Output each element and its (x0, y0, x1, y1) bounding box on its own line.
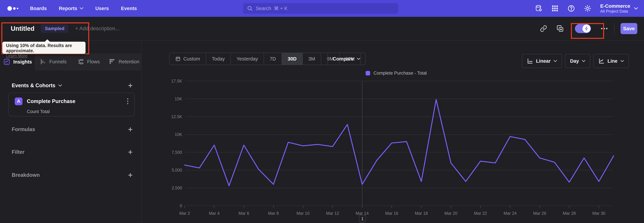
tab-retention[interactable]: Retention (106, 53, 142, 70)
settings-gear-icon[interactable] (584, 5, 592, 12)
event-card[interactable]: A Complete Purchase Count Total (8, 93, 135, 117)
linear-axis-icon (527, 58, 533, 64)
project-selector[interactable]: E-Commerce All Project Data (600, 3, 638, 14)
nav-item-users[interactable]: Users (96, 6, 109, 11)
add-event-button[interactable]: + (128, 81, 133, 89)
formulas-label: Formulas (12, 126, 35, 133)
duplicate-icon[interactable] (556, 25, 564, 32)
svg-text:5,000: 5,000 (172, 168, 182, 172)
breakdown-label: Breakdown (12, 172, 40, 178)
chevron-down-icon (620, 60, 624, 62)
more-actions-icon[interactable] (601, 28, 608, 29)
svg-text:7,500: 7,500 (172, 150, 182, 155)
sampling-tooltip: Using 10% of data. Results are approxima… (2, 42, 86, 54)
range-today[interactable]: Today (206, 53, 230, 65)
events-cohorts-label: Events & Cohorts (12, 82, 55, 88)
pagination-page-button[interactable]: 1 (359, 215, 366, 222)
add-filter-button[interactable]: + (128, 148, 133, 156)
svg-text:Mar 22: Mar 22 (474, 211, 487, 215)
compare-button[interactable]: Compare (327, 53, 366, 65)
sampled-badge[interactable]: Sampled (41, 24, 68, 33)
range-yesterday[interactable]: Yesterday (230, 53, 264, 65)
tab-label: Flows (87, 59, 100, 65)
event-metric[interactable]: Count Total (27, 109, 50, 114)
nav-item-label: Events (121, 6, 137, 11)
mixpanel-logo-icon[interactable] (8, 6, 18, 11)
search-input[interactable] (256, 6, 394, 11)
tab-label: Insights (13, 59, 32, 65)
nav-item-label: Reports (59, 6, 77, 11)
range-3m[interactable]: 3M (302, 53, 321, 65)
svg-text:Mar 2: Mar 2 (179, 211, 190, 215)
retention-icon (109, 58, 116, 65)
events-cohorts-header: Events & Cohorts + (12, 81, 133, 90)
project-name: E-Commerce (600, 3, 630, 9)
range-custom[interactable]: Custom (170, 53, 206, 65)
range-30d[interactable]: 30D (282, 53, 302, 65)
chart-type-select[interactable]: Line (593, 54, 629, 68)
titlebar-actions: Save (540, 17, 637, 40)
nav-item-boards[interactable]: Boards (30, 6, 47, 11)
scale-select[interactable]: Linear (522, 54, 562, 68)
svg-text:Mar 24: Mar 24 (504, 211, 517, 215)
global-search[interactable] (243, 3, 398, 14)
svg-text:Mar 10: Mar 10 (296, 211, 310, 215)
share-link-icon[interactable] (540, 25, 547, 32)
project-scope: All Project Data (600, 9, 630, 14)
chart-view-controls: Linear Day Line (522, 54, 629, 68)
filter-label: Filter (12, 149, 24, 155)
tooltip-arrow (44, 39, 50, 42)
help-icon[interactable] (567, 5, 575, 12)
interval-label: Day (570, 58, 579, 64)
add-breakdown-button[interactable]: + (128, 171, 133, 179)
nav-item-reports[interactable]: Reports (59, 6, 83, 11)
chart-type-label: Line (608, 58, 618, 64)
flows-icon (78, 58, 84, 65)
chevron-down-icon (554, 60, 557, 62)
insights-icon (3, 58, 10, 65)
event-name[interactable]: Complete Purchase (27, 98, 75, 104)
svg-text:Mar 30: Mar 30 (592, 211, 606, 215)
chevron-down-icon (634, 7, 638, 10)
svg-text:Mar 28: Mar 28 (563, 211, 576, 215)
svg-text:17.5K: 17.5K (171, 79, 182, 83)
add-description-field[interactable]: + Add description... (75, 26, 120, 32)
event-menu-kebab-icon[interactable] (126, 97, 129, 105)
legend-label: Complete Purchase - Total (374, 71, 427, 76)
toggle-knob (582, 25, 590, 33)
svg-text:Mar 8: Mar 8 (268, 211, 279, 215)
range-label: 30D (288, 56, 296, 62)
data-management-icon[interactable] (535, 5, 542, 12)
chevron-down-icon (582, 60, 585, 62)
events-cohorts-title[interactable]: Events & Cohorts (12, 82, 62, 88)
tooltip-learn-more-link[interactable]: Learn More (6, 53, 28, 58)
tab-label: Retention (118, 59, 139, 65)
chevron-down-icon (357, 58, 360, 60)
legend-swatch (366, 71, 370, 75)
scale-label: Linear (536, 58, 550, 64)
svg-text:12.5K: 12.5K (171, 114, 182, 119)
interval-select[interactable]: Day (565, 54, 590, 68)
svg-text:0: 0 (180, 203, 182, 208)
svg-text:10K: 10K (175, 132, 182, 137)
query-sidebar: Insights Funnels Flows Retention (0, 40, 142, 223)
report-title[interactable]: Untitled (11, 25, 34, 32)
save-button[interactable]: Save (620, 23, 637, 34)
sampling-toggle[interactable] (575, 24, 591, 33)
add-formula-button[interactable]: + (128, 125, 133, 134)
funnels-icon (40, 58, 46, 65)
range-label: Custom (183, 56, 200, 62)
svg-text:Mar 6: Mar 6 (238, 211, 249, 215)
nav-item-events[interactable]: Events (121, 6, 137, 11)
event-card-top: A Complete Purchase (15, 97, 129, 105)
svg-text:Mar 16: Mar 16 (385, 211, 398, 215)
chevron-down-icon (58, 84, 62, 87)
titlebar-separator (614, 23, 614, 34)
chart-legend[interactable]: Complete Purchase - Total (366, 71, 427, 76)
range-7d[interactable]: 7D (264, 53, 282, 65)
range-label: 3M (308, 56, 315, 62)
breakdown-section: Breakdown + (12, 171, 133, 180)
svg-text:2,500: 2,500 (172, 185, 182, 190)
apps-grid-icon[interactable] (551, 5, 559, 12)
filter-section: Filter + (12, 148, 133, 157)
